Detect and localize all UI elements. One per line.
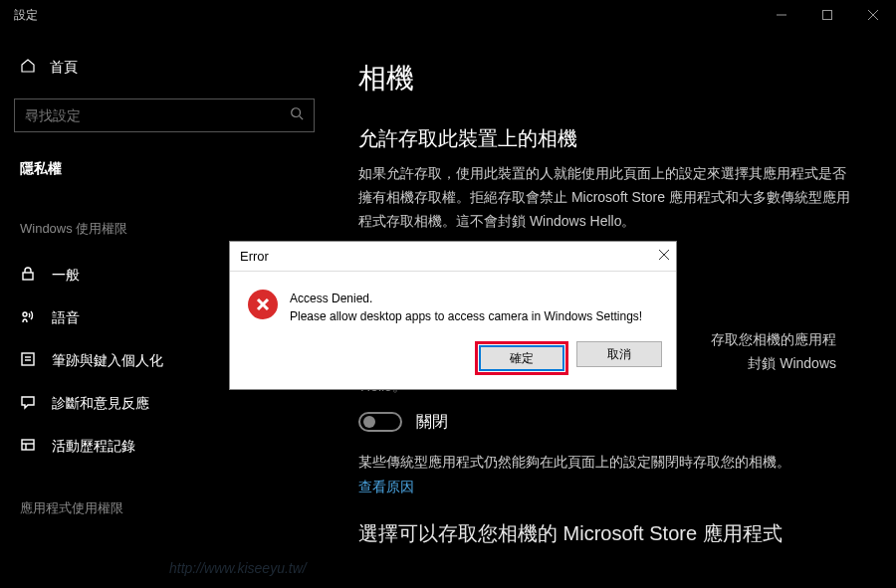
home-icon [20,58,36,77]
dialog-message: Access Denied. Please allow desktop apps… [290,290,642,325]
svg-rect-1 [823,11,832,20]
history-icon [20,437,36,456]
svg-point-7 [23,312,27,316]
sidebar-item-label: 診斷和意見反應 [52,395,149,413]
maximize-button[interactable] [804,0,850,30]
window-title: 設定 [14,7,38,24]
window-titlebar: 設定 [0,0,896,30]
minimize-button[interactable] [759,0,804,30]
svg-rect-8 [22,353,34,365]
sidebar-item-activity[interactable]: 活動歷程記錄 [14,425,315,468]
close-button[interactable] [850,0,896,30]
error-dialog: Error Access Denied. Please allow deskto… [229,241,677,390]
feedback-icon [20,394,36,413]
home-label: 首頁 [50,59,78,77]
search-input[interactable] [25,107,290,123]
sidebar-home[interactable]: 首頁 [14,50,315,85]
dialog-close-button[interactable] [658,249,670,264]
search-input-wrap[interactable] [14,98,315,132]
page-title: 相機 [358,60,876,98]
sidebar-subhead-apps: 應用程式使用權限 [14,493,315,523]
section-heading-store: 選擇可以存取您相機的 Microsoft Store 應用程式 [358,520,876,547]
sidebar-item-label: 筆跡與鍵入個人化 [52,352,163,370]
cancel-button[interactable]: 取消 [576,341,662,367]
reason-link[interactable]: 查看原因 [358,479,876,496]
speech-icon [20,308,36,327]
search-icon [290,106,304,124]
section-description: 如果允許存取，使用此裝置的人就能使用此頁面上的設定來選擇其應用程式是否擁有相機存… [358,162,856,233]
sidebar-item-label: 語音 [52,309,80,327]
sidebar-subhead-windows: Windows 使用權限 [14,214,315,244]
sidebar-item-label: 一般 [52,267,80,285]
svg-line-5 [300,116,304,120]
dialog-title: Error [240,249,269,264]
toggle-row: 關閉 [358,412,876,433]
lock-icon [20,266,36,285]
ok-button[interactable]: 確定 [479,345,564,371]
sidebar-section-title: 隱私權 [14,154,315,184]
error-icon [248,290,278,319]
dialog-titlebar: Error [230,242,676,272]
section-heading-allow: 允許存取此裝置上的相機 [358,125,876,152]
svg-rect-11 [22,440,34,450]
svg-rect-6 [23,273,33,280]
sidebar-item-label: 活動歷程記錄 [52,438,135,456]
camera-toggle[interactable] [358,412,402,432]
watermark: http://www.kiseeyu.tw/ [169,560,307,576]
svg-point-4 [292,108,301,117]
toggle-label: 關閉 [416,412,448,433]
legacy-note: 某些傳統型應用程式仍然能夠在此頁面上的設定關閉時存取您的相機。 [358,451,856,475]
inking-icon [20,351,36,370]
ok-highlight: 確定 [475,341,568,375]
